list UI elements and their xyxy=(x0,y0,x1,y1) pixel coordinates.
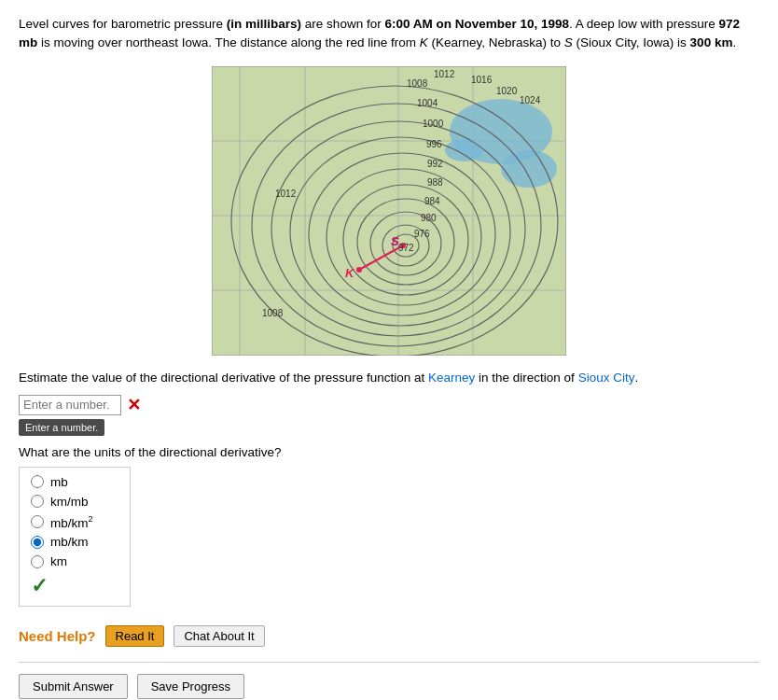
radio-label-km-mb: km/mb xyxy=(50,495,89,509)
checkmark: ✓ xyxy=(31,574,118,598)
svg-text:992: 992 xyxy=(427,159,443,169)
bottom-bar: Submit Answer Save Progress xyxy=(19,662,759,699)
radio-input-mb-km[interactable] xyxy=(31,536,44,549)
svg-text:1012: 1012 xyxy=(275,189,297,199)
svg-point-18 xyxy=(356,267,362,273)
need-help-row: Need Help? Read It Chat About It xyxy=(19,625,759,647)
answer-row: ✕ xyxy=(19,395,759,415)
svg-text:K: K xyxy=(345,266,355,280)
read-it-button[interactable]: Read It xyxy=(105,625,165,647)
svg-text:1008: 1008 xyxy=(262,308,284,318)
intro-paragraph: Level curves for barometric pressure (in… xyxy=(19,15,759,53)
svg-text:1012: 1012 xyxy=(434,69,455,79)
radio-km-mb[interactable]: km/mb xyxy=(31,495,118,509)
error-indicator: ✕ xyxy=(127,395,141,415)
svg-text:1020: 1020 xyxy=(496,86,518,96)
svg-text:1004: 1004 xyxy=(417,98,438,108)
radio-input-km[interactable] xyxy=(31,555,44,568)
question1-text: Estimate the value of the directional de… xyxy=(19,369,759,387)
svg-text:1008: 1008 xyxy=(407,78,428,89)
enter-hint: Enter a number. xyxy=(19,419,759,445)
map-container: K S 972 976 980 984 988 992 996 1000 100… xyxy=(19,66,759,356)
radio-input-mb[interactable] xyxy=(31,475,44,488)
svg-text:988: 988 xyxy=(427,177,443,188)
radio-label-mb: mb xyxy=(50,475,68,489)
question2-text: What are the units of the directional de… xyxy=(19,445,759,459)
svg-point-3 xyxy=(501,150,557,188)
svg-text:972: 972 xyxy=(398,243,414,253)
radio-mb-km[interactable]: mb/km xyxy=(31,535,118,549)
radio-label-mb-km: mb/km xyxy=(50,535,89,549)
svg-text:1024: 1024 xyxy=(520,95,541,105)
svg-text:976: 976 xyxy=(414,229,430,239)
units-radio-group: mb km/mb mb/km2 mb/km km ✓ xyxy=(19,467,131,608)
radio-mb-km2[interactable]: mb/km2 xyxy=(31,514,118,530)
chat-about-it-button[interactable]: Chat About It xyxy=(174,625,264,647)
radio-label-km: km xyxy=(50,554,67,568)
svg-text:980: 980 xyxy=(421,213,437,223)
submit-answer-button[interactable]: Submit Answer xyxy=(19,674,128,699)
pressure-map: K S 972 976 980 984 988 992 996 1000 100… xyxy=(212,66,566,356)
radio-input-mb-km2[interactable] xyxy=(31,515,44,528)
svg-text:1016: 1016 xyxy=(471,75,493,85)
svg-text:1000: 1000 xyxy=(423,119,444,129)
svg-text:996: 996 xyxy=(426,139,442,149)
svg-text:984: 984 xyxy=(424,196,440,206)
radio-label-mb-km2: mb/km2 xyxy=(50,514,93,530)
need-help-label: Need Help? xyxy=(19,628,96,644)
answer-input[interactable] xyxy=(19,395,121,415)
save-progress-button[interactable]: Save Progress xyxy=(137,674,244,699)
radio-input-km-mb[interactable] xyxy=(31,495,44,508)
map-svg: K S 972 976 980 984 988 992 996 1000 100… xyxy=(212,66,566,356)
radio-mb[interactable]: mb xyxy=(31,475,118,489)
svg-point-4 xyxy=(445,139,482,161)
radio-km[interactable]: km xyxy=(31,554,118,568)
